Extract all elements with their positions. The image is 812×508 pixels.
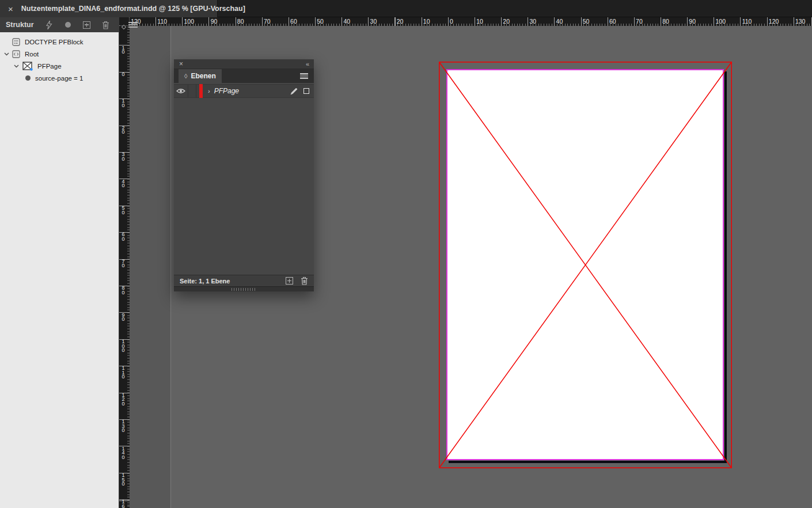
v-ruler-label: 70: [121, 260, 126, 268]
v-ruler-label: 90: [121, 313, 126, 322]
v-ruler-label: 10: [121, 99, 126, 108]
structure-panel-menu-icon[interactable]: [128, 20, 138, 29]
h-ruler-label: 70: [264, 18, 271, 25]
horizontal-ruler[interactable]: 1201101009080706050403020100102030405060…: [130, 17, 812, 26]
layer-selection-indicator[interactable]: [303, 88, 309, 94]
document-tab[interactable]: × Nutzentemplate_DINA6_endformat.indd @ …: [0, 0, 218, 17]
h-ruler-label: 10: [423, 18, 430, 25]
v-ruler-label: 160: [121, 500, 126, 508]
h-ruler-label: 90: [689, 18, 696, 25]
v-ruler-label: 30: [121, 153, 126, 161]
tree-item-label: Root: [25, 51, 39, 58]
delete-layer-trash-icon[interactable]: [301, 276, 308, 285]
chevron-down-icon[interactable]: [13, 63, 19, 69]
tree-item-source-page[interactable]: source-page = 1: [0, 72, 119, 84]
h-ruler-label: 40: [556, 18, 563, 25]
v-ruler-label: 80: [121, 286, 126, 295]
h-ruler-label: 0: [450, 18, 453, 25]
tree-item-label: source-page = 1: [35, 75, 83, 82]
layer-expand-chevron-icon[interactable]: ›: [208, 88, 210, 94]
page-frame-icon: [22, 62, 33, 71]
h-ruler-label: 80: [237, 18, 244, 25]
layer-name[interactable]: PFPage: [214, 87, 290, 95]
structure-panel-header: Struktur: [0, 17, 119, 32]
tree-item-doctype[interactable]: DOCTYPE PFBlock: [0, 36, 119, 48]
new-layer-icon[interactable]: [286, 277, 293, 285]
h-ruler-label: 80: [662, 18, 669, 25]
chevron-down-icon[interactable]: [3, 51, 9, 57]
layers-panel: × « ◊ Ebenen › PFPage: [174, 59, 314, 291]
tab-ebenen-label: Ebenen: [191, 72, 215, 80]
v-ruler-label: 60: [121, 233, 126, 241]
v-ruler-label: 130: [121, 420, 126, 433]
v-ruler-label: 100: [121, 340, 126, 353]
page-shadow-bottom: [449, 461, 727, 463]
layer-row-pfpage[interactable]: › PFPage: [174, 84, 314, 98]
window-titlebar: × Nutzentemplate_DINA6_endformat.indd @ …: [0, 0, 812, 17]
h-ruler-label: 30: [370, 18, 377, 25]
h-ruler-label: 110: [742, 18, 752, 25]
tree-item-pfpage[interactable]: PFPage: [0, 60, 119, 72]
layers-panel-statusbar: Seite: 1, 1 Ebene: [174, 275, 314, 286]
v-ruler-label: 20: [121, 126, 126, 135]
v-ruler-label: 110: [121, 366, 126, 380]
tree-item-root[interactable]: Root: [0, 48, 119, 60]
attribute-bullet-icon: [25, 75, 31, 81]
layers-panel-tabrow: ◊ Ebenen: [174, 69, 314, 83]
document-title: Nutzentemplate_DINA6_endformat.indd @ 12…: [21, 5, 245, 13]
add-element-icon[interactable]: [82, 20, 92, 29]
h-ruler-label: 100: [184, 18, 195, 25]
h-ruler-label: 10: [476, 18, 483, 25]
h-ruler-label: 110: [157, 18, 167, 25]
validate-lightning-icon[interactable]: [44, 20, 54, 29]
h-ruler-label: 40: [343, 18, 350, 25]
tree-item-label: DOCTYPE PFBlock: [25, 39, 84, 46]
v-ruler-label: 50: [121, 206, 126, 215]
v-ruler-label: 10: [121, 46, 126, 55]
close-document-icon[interactable]: ×: [8, 5, 13, 13]
document-page[interactable]: [446, 69, 724, 460]
add-attribute-icon[interactable]: [63, 20, 73, 29]
vertical-ruler[interactable]: 2010010203040506070809010011012013014015…: [119, 26, 130, 508]
structure-tree: DOCTYPE PFBlock Root: [0, 32, 119, 84]
collapse-panel-icon[interactable]: «: [306, 60, 309, 67]
layers-panel-titlebar[interactable]: × «: [174, 59, 314, 69]
h-ruler-label: 90: [211, 18, 218, 25]
layer-edit-pencil-icon[interactable]: [290, 88, 298, 95]
eye-icon: [176, 88, 185, 94]
h-ruler-label: 50: [583, 18, 590, 25]
panel-cycle-icon: ◊: [184, 73, 187, 79]
panel-resize-handle[interactable]: [174, 286, 314, 291]
tab-ebenen[interactable]: ◊ Ebenen: [179, 69, 222, 83]
page-shadow-right: [724, 71, 727, 463]
h-ruler-label: 20: [503, 18, 510, 25]
layers-list: › PFPage: [174, 83, 314, 275]
h-ruler-label: 120: [769, 18, 779, 25]
close-panel-icon[interactable]: ×: [179, 60, 183, 67]
h-ruler-label: 20: [397, 18, 404, 25]
tree-item-label: PFPage: [37, 63, 62, 70]
element-icon: [12, 50, 20, 58]
doctype-icon: [12, 38, 20, 46]
structure-panel: Struktur: [0, 17, 119, 508]
v-ruler-label: 0: [121, 73, 126, 77]
h-ruler-label: 70: [636, 18, 643, 25]
h-ruler-label: 50: [317, 18, 324, 25]
resize-grip-icon: [232, 288, 257, 291]
v-ruler-label: 150: [121, 473, 126, 487]
h-ruler-label: 130: [795, 18, 806, 25]
h-ruler-label: 60: [290, 18, 297, 25]
h-ruler-label: 100: [716, 18, 726, 25]
structure-panel-title: Struktur: [6, 21, 34, 29]
v-ruler-label: 140: [121, 447, 126, 460]
layers-status-text: Seite: 1, 1 Ebene: [180, 278, 286, 285]
layer-color-swatch: [199, 84, 203, 98]
layer-lock-cell[interactable]: [188, 85, 196, 97]
h-ruler-label: 60: [609, 18, 616, 25]
panel-menu-icon[interactable]: [300, 73, 308, 79]
v-ruler-label: 120: [121, 393, 126, 407]
v-ruler-label: 40: [121, 180, 126, 188]
layer-visibility-toggle[interactable]: [174, 85, 188, 97]
h-ruler-label: 30: [529, 18, 536, 25]
delete-element-trash-icon[interactable]: [101, 20, 111, 29]
